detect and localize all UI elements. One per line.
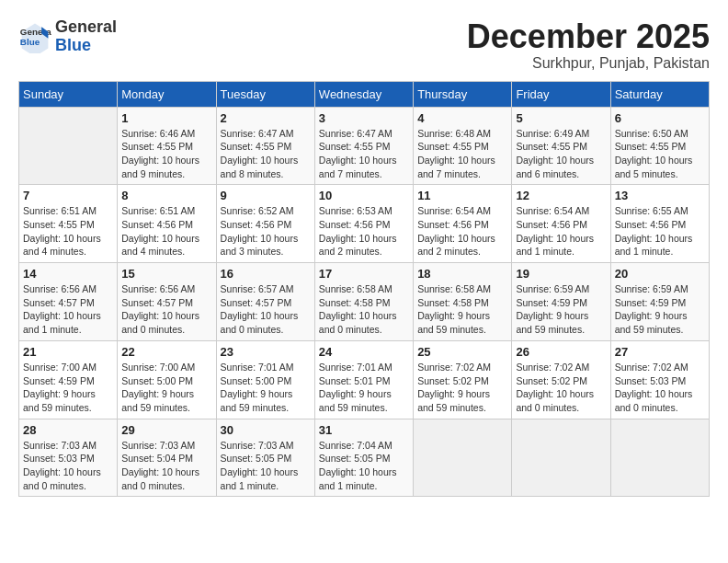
day-number: 14 <box>23 267 113 281</box>
day-number: 3 <box>319 111 409 125</box>
day-number: 21 <box>23 345 113 359</box>
day-info: Sunrise: 6:52 AM Sunset: 4:56 PM Dayligh… <box>221 204 311 259</box>
day-number: 4 <box>417 111 507 125</box>
calendar-cell: 30Sunrise: 7:03 AM Sunset: 5:05 PM Dayli… <box>216 419 314 497</box>
day-number: 7 <box>23 189 113 202</box>
header-thursday: Thursday <box>414 81 512 107</box>
calendar-cell: 10Sunrise: 6:53 AM Sunset: 4:56 PM Dayli… <box>314 185 413 263</box>
day-number: 20 <box>615 267 705 281</box>
day-info: Sunrise: 6:53 AM Sunset: 4:56 PM Dayligh… <box>319 204 409 259</box>
day-number: 26 <box>516 345 606 359</box>
calendar-cell: 19Sunrise: 6:59 AM Sunset: 4:59 PM Dayli… <box>512 263 610 341</box>
calendar-week-row: 28Sunrise: 7:03 AM Sunset: 5:03 PM Dayli… <box>19 419 710 497</box>
day-info: Sunrise: 7:03 AM Sunset: 5:04 PM Dayligh… <box>121 439 211 493</box>
day-number: 1 <box>121 111 211 125</box>
header-saturday: Saturday <box>610 81 709 107</box>
calendar-cell: 21Sunrise: 7:00 AM Sunset: 4:59 PM Dayli… <box>19 340 118 419</box>
day-info: Sunrise: 6:56 AM Sunset: 4:57 PM Dayligh… <box>23 282 113 337</box>
day-number: 16 <box>221 267 311 281</box>
calendar-week-row: 14Sunrise: 6:56 AM Sunset: 4:57 PM Dayli… <box>19 263 710 341</box>
day-info: Sunrise: 6:47 AM Sunset: 4:55 PM Dayligh… <box>319 127 409 181</box>
day-info: Sunrise: 6:56 AM Sunset: 4:57 PM Dayligh… <box>121 282 211 337</box>
day-info: Sunrise: 7:00 AM Sunset: 4:59 PM Dayligh… <box>23 361 113 415</box>
calendar-week-row: 21Sunrise: 7:00 AM Sunset: 4:59 PM Dayli… <box>19 340 710 419</box>
day-info: Sunrise: 7:01 AM Sunset: 5:00 PM Dayligh… <box>221 361 311 415</box>
day-number: 6 <box>615 111 705 125</box>
svg-text:Blue: Blue <box>20 37 40 47</box>
month-title: December 2025 <box>467 18 710 55</box>
day-info: Sunrise: 7:02 AM Sunset: 5:03 PM Dayligh… <box>615 361 705 415</box>
calendar-cell: 22Sunrise: 7:00 AM Sunset: 5:00 PM Dayli… <box>118 340 216 419</box>
day-info: Sunrise: 6:54 AM Sunset: 4:56 PM Dayligh… <box>516 204 606 259</box>
calendar-cell: 5Sunrise: 6:49 AM Sunset: 4:55 PM Daylig… <box>512 107 610 185</box>
calendar-header-row: Sunday Monday Tuesday Wednesday Thursday… <box>19 81 710 107</box>
day-info: Sunrise: 6:57 AM Sunset: 4:57 PM Dayligh… <box>221 282 311 337</box>
day-info: Sunrise: 6:51 AM Sunset: 4:55 PM Dayligh… <box>23 204 113 259</box>
logo-icon: General Blue <box>18 20 51 53</box>
calendar-week-row: 1Sunrise: 6:46 AM Sunset: 4:55 PM Daylig… <box>19 107 710 185</box>
day-info: Sunrise: 6:46 AM Sunset: 4:55 PM Dayligh… <box>121 127 211 181</box>
calendar-cell: 7Sunrise: 6:51 AM Sunset: 4:55 PM Daylig… <box>19 185 118 263</box>
calendar-cell: 25Sunrise: 7:02 AM Sunset: 5:02 PM Dayli… <box>414 340 512 419</box>
logo: General Blue General Blue <box>18 18 117 55</box>
day-info: Sunrise: 7:01 AM Sunset: 5:01 PM Dayligh… <box>319 361 409 415</box>
day-info: Sunrise: 7:00 AM Sunset: 5:00 PM Dayligh… <box>121 361 211 415</box>
day-info: Sunrise: 7:04 AM Sunset: 5:05 PM Dayligh… <box>319 439 409 493</box>
calendar-cell: 12Sunrise: 6:54 AM Sunset: 4:56 PM Dayli… <box>512 185 610 263</box>
calendar-cell: 2Sunrise: 6:47 AM Sunset: 4:55 PM Daylig… <box>216 107 314 185</box>
calendar-cell: 11Sunrise: 6:54 AM Sunset: 4:56 PM Dayli… <box>414 185 512 263</box>
calendar-cell: 20Sunrise: 6:59 AM Sunset: 4:59 PM Dayli… <box>610 263 709 341</box>
day-number: 11 <box>417 189 507 202</box>
day-number: 2 <box>221 111 311 125</box>
day-number: 25 <box>417 345 507 359</box>
calendar-cell: 13Sunrise: 6:55 AM Sunset: 4:56 PM Dayli… <box>610 185 709 263</box>
calendar-cell: 17Sunrise: 6:58 AM Sunset: 4:58 PM Dayli… <box>314 263 413 341</box>
day-number: 10 <box>319 189 409 202</box>
calendar-cell: 15Sunrise: 6:56 AM Sunset: 4:57 PM Dayli… <box>118 263 216 341</box>
header-tuesday: Tuesday <box>216 81 314 107</box>
day-info: Sunrise: 6:48 AM Sunset: 4:55 PM Dayligh… <box>417 127 507 181</box>
calendar-cell <box>512 419 610 497</box>
calendar-cell <box>414 419 512 497</box>
location-text: Surkhpur, Punjab, Pakistan <box>467 55 710 72</box>
day-info: Sunrise: 6:54 AM Sunset: 4:56 PM Dayligh… <box>417 204 507 259</box>
calendar-week-row: 7Sunrise: 6:51 AM Sunset: 4:55 PM Daylig… <box>19 185 710 263</box>
calendar-cell: 31Sunrise: 7:04 AM Sunset: 5:05 PM Dayli… <box>314 419 413 497</box>
day-number: 22 <box>121 345 211 359</box>
calendar-cell: 1Sunrise: 6:46 AM Sunset: 4:55 PM Daylig… <box>118 107 216 185</box>
logo-general-text: General <box>55 18 117 37</box>
calendar-cell: 24Sunrise: 7:01 AM Sunset: 5:01 PM Dayli… <box>314 340 413 419</box>
header-sunday: Sunday <box>19 81 118 107</box>
day-number: 5 <box>516 111 606 125</box>
header-monday: Monday <box>118 81 216 107</box>
calendar-cell: 8Sunrise: 6:51 AM Sunset: 4:56 PM Daylig… <box>118 185 216 263</box>
day-number: 29 <box>121 423 211 437</box>
calendar-cell: 27Sunrise: 7:02 AM Sunset: 5:03 PM Dayli… <box>610 340 709 419</box>
calendar-cell: 3Sunrise: 6:47 AM Sunset: 4:55 PM Daylig… <box>314 107 413 185</box>
day-info: Sunrise: 6:59 AM Sunset: 4:59 PM Dayligh… <box>615 282 705 337</box>
title-block: December 2025 Surkhpur, Punjab, Pakistan <box>467 18 710 72</box>
day-info: Sunrise: 7:03 AM Sunset: 5:03 PM Dayligh… <box>23 439 113 493</box>
day-number: 19 <box>516 267 606 281</box>
day-number: 23 <box>221 345 311 359</box>
day-info: Sunrise: 6:49 AM Sunset: 4:55 PM Dayligh… <box>516 127 606 181</box>
page-header: General Blue General Blue December 2025 … <box>18 18 710 72</box>
calendar-cell: 16Sunrise: 6:57 AM Sunset: 4:57 PM Dayli… <box>216 263 314 341</box>
day-info: Sunrise: 7:03 AM Sunset: 5:05 PM Dayligh… <box>221 439 311 493</box>
day-info: Sunrise: 6:47 AM Sunset: 4:55 PM Dayligh… <box>221 127 311 181</box>
calendar-cell: 29Sunrise: 7:03 AM Sunset: 5:04 PM Dayli… <box>118 419 216 497</box>
day-info: Sunrise: 6:58 AM Sunset: 4:58 PM Dayligh… <box>319 282 409 337</box>
calendar-cell: 18Sunrise: 6:58 AM Sunset: 4:58 PM Dayli… <box>414 263 512 341</box>
day-number: 31 <box>319 423 409 437</box>
calendar-cell: 6Sunrise: 6:50 AM Sunset: 4:55 PM Daylig… <box>610 107 709 185</box>
day-number: 24 <box>319 345 409 359</box>
logo-blue-text: Blue <box>55 36 91 54</box>
day-number: 30 <box>221 423 311 437</box>
day-number: 28 <box>23 423 113 437</box>
calendar-cell: 4Sunrise: 6:48 AM Sunset: 4:55 PM Daylig… <box>414 107 512 185</box>
day-number: 9 <box>221 189 311 202</box>
day-info: Sunrise: 7:02 AM Sunset: 5:02 PM Dayligh… <box>516 361 606 415</box>
day-number: 12 <box>516 189 606 202</box>
calendar-table: Sunday Monday Tuesday Wednesday Thursday… <box>18 81 710 498</box>
day-number: 8 <box>121 189 211 202</box>
